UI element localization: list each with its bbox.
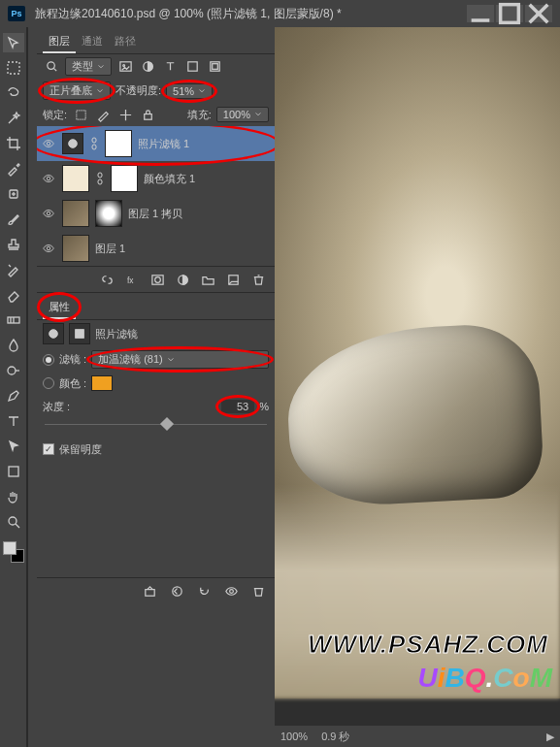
color-label: 颜色 : bbox=[59, 376, 86, 391]
brush-tool[interactable] bbox=[3, 210, 24, 229]
svg-line-17 bbox=[53, 68, 56, 71]
density-slider[interactable] bbox=[45, 418, 267, 432]
new-layer-button[interactable] bbox=[224, 271, 242, 288]
heal-tool[interactable] bbox=[3, 184, 24, 204]
layer-list: 照片滤镜 1 颜色填充 1 图层 1 拷贝 图层 1 bbox=[37, 126, 275, 266]
reset-button[interactable] bbox=[195, 582, 213, 600]
title-bar: Ps 旅程边缘20140610.psd @ 100% (照片滤镜 1, 图层蒙版… bbox=[0, 0, 560, 27]
filter-shape-icon[interactable] bbox=[183, 58, 201, 76]
blend-mode-dropdown[interactable]: 正片叠底 bbox=[43, 81, 111, 100]
svg-rect-24 bbox=[76, 110, 84, 118]
color-radio[interactable] bbox=[43, 377, 54, 389]
layer-row[interactable]: 图层 1 拷贝 bbox=[37, 196, 275, 231]
tab-layers[interactable]: 图层 bbox=[43, 31, 76, 53]
lock-pixels-icon[interactable] bbox=[94, 106, 112, 123]
wand-tool[interactable] bbox=[3, 109, 24, 128]
shape-tool[interactable] bbox=[3, 462, 24, 481]
new-group-button[interactable] bbox=[199, 271, 216, 288]
mask-thumb[interactable] bbox=[95, 200, 122, 227]
svg-rect-30 bbox=[92, 145, 96, 149]
lasso-tool[interactable] bbox=[3, 83, 24, 103]
tab-paths[interactable]: 路径 bbox=[109, 31, 142, 53]
preserve-checkbox[interactable]: ✓ bbox=[43, 443, 54, 455]
close-button[interactable] bbox=[525, 5, 552, 22]
filter-dropdown[interactable]: 加温滤镜 (81) bbox=[91, 350, 269, 369]
svg-point-11 bbox=[8, 367, 16, 374]
filter-type-dropdown[interactable]: 类型 bbox=[65, 57, 112, 76]
pen-tool[interactable] bbox=[3, 386, 24, 406]
filter-label: 滤镜 : bbox=[59, 352, 86, 367]
svg-point-47 bbox=[229, 589, 233, 593]
color-swatches[interactable] bbox=[3, 541, 24, 563]
marquee-tool[interactable] bbox=[3, 58, 24, 78]
svg-rect-29 bbox=[92, 138, 96, 143]
svg-point-38 bbox=[154, 276, 160, 282]
fill-input[interactable]: 100% bbox=[216, 107, 269, 122]
type-tool[interactable] bbox=[3, 411, 24, 431]
lock-pos-icon[interactable] bbox=[116, 106, 134, 123]
clip-button[interactable] bbox=[141, 582, 158, 600]
stamp-tool[interactable] bbox=[3, 235, 24, 254]
gradient-tool[interactable] bbox=[3, 310, 24, 330]
new-adj-button[interactable] bbox=[174, 271, 191, 288]
zoom-display[interactable]: 100% bbox=[280, 731, 308, 742]
visibility-toggle[interactable] bbox=[41, 206, 56, 221]
panels: 图层 通道 路径 类型 正片叠底 不透明度: 51% 锁定: 填充: 1 bbox=[37, 27, 275, 747]
eraser-tool[interactable] bbox=[3, 285, 24, 305]
filter-text-icon[interactable] bbox=[161, 58, 179, 76]
filter-smart-icon[interactable] bbox=[206, 58, 223, 76]
view-button[interactable] bbox=[222, 582, 240, 600]
properties-panel: 属性 照片滤镜 滤镜 : 加温滤镜 (81) 颜色 : 浓度 : 53 bbox=[37, 292, 275, 603]
search-icon[interactable] bbox=[43, 58, 60, 76]
svg-point-14 bbox=[9, 517, 16, 525]
svg-point-19 bbox=[122, 65, 124, 67]
layer-row[interactable]: 图层 1 bbox=[37, 231, 275, 266]
opacity-input[interactable]: 51% bbox=[166, 83, 213, 99]
mask-type-icon[interactable] bbox=[69, 323, 90, 344]
dodge-tool[interactable] bbox=[3, 361, 24, 380]
crop-tool[interactable] bbox=[3, 134, 24, 153]
zoom-tool[interactable] bbox=[3, 512, 24, 532]
delete-button[interactable] bbox=[249, 582, 267, 600]
maximize-button[interactable] bbox=[496, 5, 523, 22]
lock-all-icon[interactable] bbox=[139, 106, 156, 123]
svg-text:fx: fx bbox=[126, 276, 133, 285]
filter-image-icon[interactable] bbox=[116, 58, 134, 76]
svg-point-35 bbox=[47, 246, 50, 250]
history-brush-tool[interactable] bbox=[3, 260, 24, 279]
svg-rect-25 bbox=[144, 114, 151, 119]
layer-row[interactable]: 颜色填充 1 bbox=[37, 161, 275, 196]
svg-line-15 bbox=[16, 524, 19, 528]
tab-channels[interactable]: 通道 bbox=[76, 31, 109, 53]
filter-adjust-icon[interactable] bbox=[139, 58, 156, 76]
status-menu[interactable]: ▶ bbox=[546, 731, 554, 743]
fill-label: 填充: bbox=[187, 108, 212, 122]
layer-row[interactable]: 照片滤镜 1 bbox=[37, 126, 275, 161]
delete-layer-button[interactable] bbox=[249, 271, 267, 288]
lock-trans-icon[interactable] bbox=[72, 106, 89, 123]
layer-fx-button[interactable]: fx bbox=[123, 271, 141, 288]
visibility-toggle[interactable] bbox=[41, 136, 56, 151]
hand-tool[interactable] bbox=[3, 487, 24, 506]
document-title: 旅程边缘20140610.psd @ 100% (照片滤镜 1, 图层蒙版/8)… bbox=[35, 6, 467, 22]
link-layers-button[interactable] bbox=[98, 271, 115, 288]
add-mask-button[interactable] bbox=[148, 271, 166, 288]
canvas[interactable]: 2 4 6 WWW.PSAHZ.COM UiBQ.CoM 100% 0.9 秒 … bbox=[275, 27, 560, 747]
color-swatch[interactable] bbox=[91, 375, 113, 391]
path-select-tool[interactable] bbox=[3, 437, 24, 456]
eyedropper-tool[interactable] bbox=[3, 159, 24, 179]
filter-radio[interactable] bbox=[43, 354, 54, 366]
density-input[interactable]: 53 bbox=[221, 400, 254, 413]
visibility-toggle[interactable] bbox=[41, 241, 56, 256]
tab-properties[interactable]: 属性 bbox=[43, 297, 76, 319]
visibility-toggle[interactable] bbox=[41, 171, 56, 186]
mask-thumb[interactable] bbox=[111, 165, 138, 192]
move-tool[interactable] bbox=[3, 33, 24, 52]
app-logo: Ps bbox=[8, 6, 25, 21]
mask-thumb[interactable] bbox=[105, 130, 132, 157]
svg-rect-1 bbox=[501, 5, 519, 23]
minimize-button[interactable] bbox=[467, 5, 494, 22]
blur-tool[interactable] bbox=[3, 336, 24, 355]
prev-button[interactable] bbox=[168, 582, 185, 600]
adj-thumb bbox=[62, 133, 83, 154]
